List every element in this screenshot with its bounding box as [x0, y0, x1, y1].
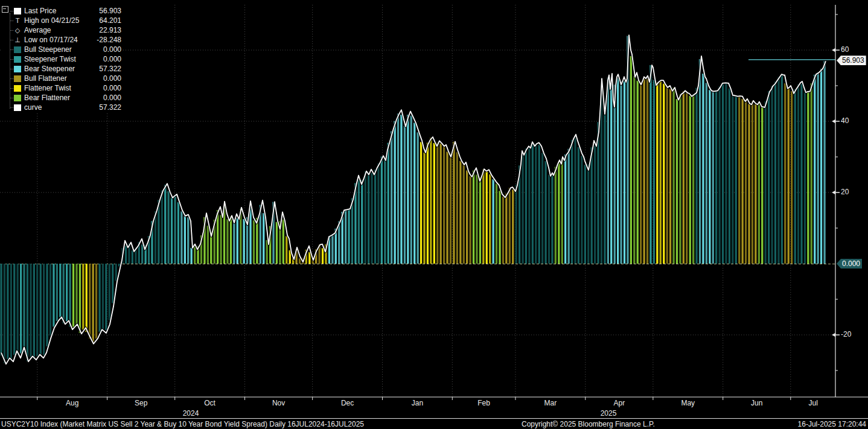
legend-item-flattener-twist[interactable]: Flattener Twist0.000: [3, 83, 121, 93]
curve-shadow: [1, 35, 826, 364]
legend-value: 22.913: [90, 25, 121, 35]
legend-value: 0.000: [90, 74, 121, 83]
month-label-feb: Feb: [471, 399, 497, 407]
low-marker-icon: ⊥: [14, 37, 21, 43]
legend-value: 57.322: [90, 103, 121, 112]
month-label-apr: Apr: [606, 399, 633, 407]
legend-value: 56.903: [90, 6, 121, 16]
month-label-aug: Aug: [59, 399, 86, 407]
legend-label: Bear Flattener: [24, 93, 90, 103]
legend-value: 64.201: [90, 16, 121, 25]
timestamp: 16-Jul-2025 17:20:44: [798, 419, 866, 429]
last-price-tag: 56.903: [837, 56, 866, 65]
square-icon: [14, 8, 21, 14]
legend-item-low-on-07-17-24[interactable]: ⊥Low on 07/17/24-28.248: [3, 35, 121, 45]
month-label-jul: Jul: [800, 399, 826, 407]
year-label-2025: 2025: [590, 409, 627, 418]
legend-label: Bear Steepener: [24, 64, 90, 74]
legend-collapse-icon[interactable]: [2, 6, 8, 13]
square-icon: [14, 46, 21, 53]
bloomberg-chart-window: Last Price56.903THigh on 04/21/2564.201◇…: [0, 0, 868, 429]
legend-item-average[interactable]: ◇Average22.913: [3, 25, 121, 35]
y-tick-arrow-60: [832, 48, 835, 52]
legend-value: -28.248: [90, 35, 121, 45]
legend-value: 57.322: [90, 64, 121, 74]
high-marker-icon: T: [14, 17, 21, 24]
curve-line: [1, 35, 826, 364]
legend-item-curve[interactable]: curve57.322: [3, 103, 121, 112]
legend-value: 0.000: [90, 54, 121, 64]
month-label-mar: Mar: [537, 399, 564, 407]
legend-label: High on 04/21/25: [24, 16, 90, 25]
y-tick-arrow-40: [832, 119, 835, 123]
square-icon: [14, 75, 21, 82]
month-label-jan: Jan: [404, 399, 430, 407]
legend-item-bear-flattener[interactable]: Bear Flattener0.000: [3, 93, 121, 103]
y-tick-label--20: -20: [841, 330, 851, 338]
security-description: USYC2Y10 Index (Market Matrix US Sell 2 …: [1, 419, 364, 429]
month-label-jun: Jun: [744, 399, 770, 407]
legend-value: 0.000: [90, 83, 121, 93]
legend-value: 0.000: [90, 93, 121, 103]
chart-plot-area[interactable]: [0, 0, 868, 429]
legend-item-bull-flattener[interactable]: Bull Flattener0.000: [3, 74, 121, 83]
average-marker-icon: ◇: [14, 27, 21, 34]
legend-label: Bull Flattener: [24, 74, 90, 83]
zero-level-tag: 0.000: [837, 259, 862, 269]
month-label-nov: Nov: [266, 399, 292, 407]
month-label-sep: Sep: [128, 399, 155, 407]
legend-label: curve: [24, 103, 90, 112]
month-label-oct: Oct: [197, 399, 223, 407]
month-label-dec: Dec: [334, 399, 361, 407]
legend-item-steepener-twist[interactable]: Steepener Twist0.000: [3, 54, 121, 64]
y-tick-label-60: 60: [841, 45, 849, 54]
legend-item-last-price[interactable]: Last Price56.903: [3, 6, 121, 16]
legend-label: Last Price: [24, 6, 90, 16]
month-label-may: May: [675, 399, 701, 407]
y-tick-label-20: 20: [841, 188, 849, 196]
copyright-text: Copyright© 2025 Bloomberg Finance L.P.: [522, 419, 655, 429]
legend-item-bull-steepener[interactable]: Bull Steepener0.000: [3, 45, 121, 54]
bars-layer: [0, 36, 825, 363]
legend-label: Average: [24, 25, 90, 35]
y-tick-label-40: 40: [841, 116, 849, 125]
status-bar: USYC2Y10 Index (Market Matrix US Sell 2 …: [0, 418, 868, 429]
square-icon: [14, 95, 21, 101]
y-tick-arrow--20: [832, 333, 835, 337]
chart-legend: Last Price56.903THigh on 04/21/2564.201◇…: [2, 5, 123, 113]
legend-label: Low on 07/17/24: [24, 35, 90, 45]
square-icon: [14, 104, 21, 111]
legend-item-high-on-04-21-25[interactable]: THigh on 04/21/2564.201: [3, 16, 121, 25]
legend-item-bear-steepener[interactable]: Bear Steepener57.322: [3, 64, 121, 74]
legend-label: Bull Steepener: [24, 45, 90, 54]
year-label-2024: 2024: [173, 409, 209, 418]
legend-label: Flattener Twist: [24, 83, 90, 93]
square-icon: [14, 56, 21, 63]
legend-label: Steepener Twist: [24, 54, 90, 64]
y-tick-arrow-20: [832, 191, 835, 194]
legend-value: 0.000: [90, 45, 121, 54]
square-icon: [14, 66, 21, 72]
square-icon: [14, 85, 21, 92]
